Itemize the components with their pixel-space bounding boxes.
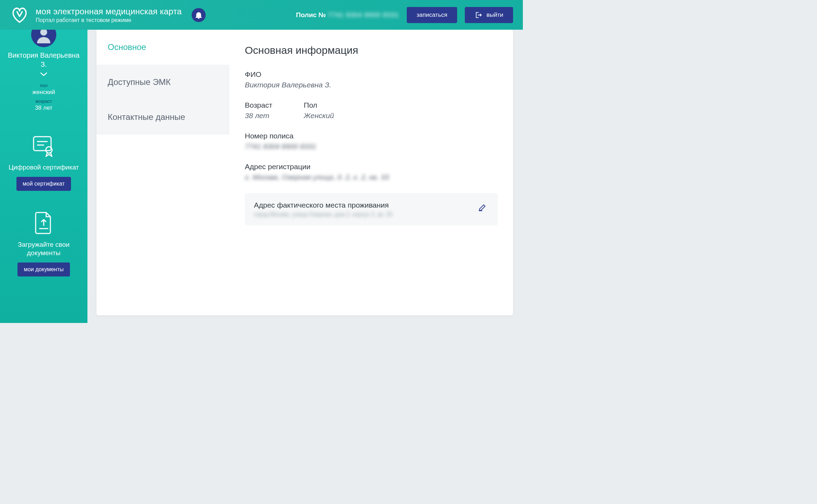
field-gender: Пол Женский [304, 101, 334, 120]
sidebar: Виктория Валерьевна З. пол женский возра… [0, 30, 87, 323]
policy-number: 7741 8304 8900 8331 [328, 11, 399, 19]
header: моя электронная медицинская карта Портал… [0, 0, 523, 30]
certificate-title: Цифровой сертификат [8, 163, 79, 172]
bell-icon [195, 11, 202, 19]
age-value: 38 лет [32, 105, 55, 111]
edit-address-button[interactable] [477, 201, 489, 214]
pencil-icon [478, 202, 487, 211]
profile-panel: Основное Доступные ЭМК Контактные данные… [97, 30, 513, 315]
chevron-down-icon [40, 72, 48, 77]
avatar [31, 30, 56, 47]
book-button[interactable]: записаться [407, 7, 457, 23]
age-label: возраст [32, 99, 55, 104]
logo[interactable]: моя электронная медицинская карта Портал… [10, 5, 182, 25]
field-registration-address: Адрес регистрации г. Москва, Озерная ули… [245, 163, 498, 181]
gender-value: женский [32, 89, 55, 96]
content-heading: Основная информация [245, 44, 498, 56]
svg-rect-1 [34, 137, 51, 151]
document-upload-icon [34, 211, 53, 234]
my-documents-button[interactable]: мои документы [17, 262, 70, 276]
policy-label: Полис № 7741 8304 8900 8331 [296, 11, 399, 19]
docs-title: Загружайте свои документы [6, 240, 81, 258]
field-age: Возраст 38 лет [245, 101, 272, 120]
user-name: Виктория Валерьевна З. [6, 51, 81, 69]
upload-docs-block: Загружайте свои документы мои документы [6, 211, 81, 276]
field-fio: ФИО Виктория Валерьевна З. [245, 70, 498, 89]
app-title: моя электронная медицинская карта [36, 7, 182, 16]
logout-icon [475, 11, 482, 19]
my-certificate-button[interactable]: мой сертификат [16, 177, 71, 191]
tab-emk[interactable]: Доступные ЭМК [97, 65, 229, 100]
profile-meta: пол женский возраст 38 лет [32, 83, 55, 114]
tab-main[interactable]: Основное [97, 30, 229, 65]
main-content: Основное Доступные ЭМК Контактные данные… [87, 30, 523, 323]
expand-profile-button[interactable] [40, 72, 48, 78]
certificate-icon [31, 135, 56, 157]
field-actual-address: Адрес фактического места проживания горо… [245, 193, 498, 225]
logo-icon [10, 5, 29, 25]
svg-point-0 [40, 30, 47, 36]
notifications-button[interactable] [192, 8, 206, 22]
person-icon [35, 30, 52, 43]
tab-contact[interactable]: Контактные данные [97, 100, 229, 135]
app-subtitle: Портал работает в тестовом режиме [36, 17, 182, 23]
digital-certificate-block: Цифровой сертификат мой сертификат [8, 135, 79, 191]
gender-label: пол [32, 83, 55, 88]
logout-button[interactable]: выйти [465, 7, 513, 23]
field-policy: Номер полиса 7741 8304 8900 8331 [245, 132, 498, 151]
profile-tabs: Основное Доступные ЭМК Контактные данные [97, 30, 229, 315]
